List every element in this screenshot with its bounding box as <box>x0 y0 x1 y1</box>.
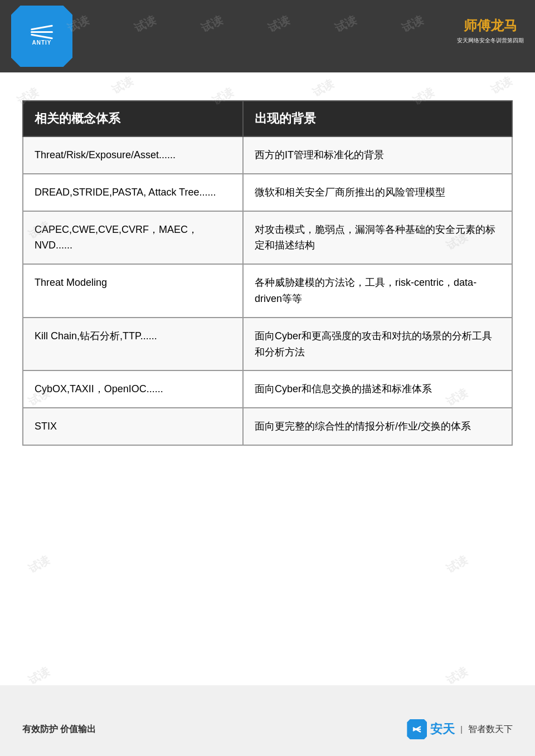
header-watermark-4: 试读 <box>265 13 292 36</box>
table-cell-col2: 面向Cyber和更高强度的攻击和对抗的场景的分析工具和分析方法 <box>243 318 512 371</box>
table-row: Threat/Risk/Exposure/Asset......西方的IT管理和… <box>23 136 512 174</box>
table-cell-col1: CybOX,TAXII，OpenIOC...... <box>23 370 243 408</box>
header: 试读 试读 试读 试读 试读 试读 ANTIY 师傅龙马 安天网络安全冬训营第四… <box>0 0 535 72</box>
table-cell-col2: 西方的IT管理和标准化的背景 <box>243 136 512 174</box>
footer-left-text: 有效防护 价值输出 <box>22 724 96 735</box>
footer-logo-text2: 智者数天下 <box>468 724 513 735</box>
table-header-row: 相关的概念体系 出现的背景 <box>23 101 512 136</box>
table-cell-col2: 对攻击模式，脆弱点，漏洞等各种基础的安全元素的标定和描述结构 <box>243 211 512 265</box>
brand-subtitle: 安天网络安全冬训营第四期 <box>457 37 524 45</box>
header-watermark-2: 试读 <box>132 13 158 36</box>
logo-line-3 <box>31 34 53 40</box>
logo-lines <box>31 27 53 37</box>
table-row: Threat Modeling各种威胁建模的方法论，工具，risk-centri… <box>23 264 512 318</box>
footer-logo: 安天 | 智者数天下 <box>407 719 513 739</box>
table-cell-col1: Threat/Risk/Exposure/Asset...... <box>23 136 243 174</box>
footer-logo-icon <box>407 719 427 739</box>
table-row: DREAD,STRIDE,PASTA, Attack Tree......微软和… <box>23 174 512 211</box>
table-cell-col1: DREAD,STRIDE,PASTA, Attack Tree...... <box>23 174 243 211</box>
table-row: STIX面向更完整的综合性的情报分析/作业/交换的体系 <box>23 408 512 445</box>
table-cell-col2: 各种威胁建模的方法论，工具，risk-centric，data-driven等等 <box>243 264 512 318</box>
table-row: Kill Chain,钻石分析,TTP......面向Cyber和更高强度的攻击… <box>23 318 512 371</box>
table-row: CybOX,TAXII，OpenIOC......面向Cyber和信息交换的描述… <box>23 370 512 408</box>
footer-logo-svg <box>411 723 423 735</box>
footer: 有效防护 价值输出 安天 | 智者数天下 <box>0 719 535 739</box>
table-cell-col2: 面向Cyber和信息交换的描述和标准体系 <box>243 370 512 408</box>
table-cell-col1: STIX <box>23 408 243 445</box>
table-cell-col1: Kill Chain,钻石分析,TTP...... <box>23 318 243 371</box>
logo-text: ANTIY <box>32 40 52 46</box>
table-cell-col1: CAPEC,CWE,CVE,CVRF，MAEC，NVD...... <box>23 211 243 265</box>
footer-logo-text: 安天 <box>430 721 455 738</box>
table-cell-col1: Threat Modeling <box>23 264 243 318</box>
logo-line-1 <box>31 25 53 31</box>
table-row: CAPEC,CWE,CVE,CVRF，MAEC，NVD......对攻击模式，脆… <box>23 211 512 265</box>
header-watermark-3: 试读 <box>198 13 225 36</box>
main-content: 相关的概念体系 出现的背景 Threat/Risk/Exposure/Asset… <box>0 72 535 685</box>
footer-logo-separator: | <box>460 725 463 734</box>
col2-header: 出现的背景 <box>243 101 512 136</box>
data-table: 相关的概念体系 出现的背景 Threat/Risk/Exposure/Asset… <box>22 100 513 446</box>
table-cell-col2: 面向更完整的综合性的情报分析/作业/交换的体系 <box>243 408 512 445</box>
logo-line-2 <box>31 31 53 33</box>
header-watermark-6: 试读 <box>399 13 426 36</box>
top-right-brand: 师傅龙马 安天网络安全冬训营第四期 <box>457 6 524 56</box>
brand-name: 师傅龙马 <box>464 17 517 35</box>
logo: ANTIY <box>11 6 72 67</box>
header-watermark-5: 试读 <box>332 13 359 36</box>
col1-header: 相关的概念体系 <box>23 101 243 136</box>
table-cell-col2: 微软和相关安全厂商所推出的风险管理模型 <box>243 174 512 211</box>
